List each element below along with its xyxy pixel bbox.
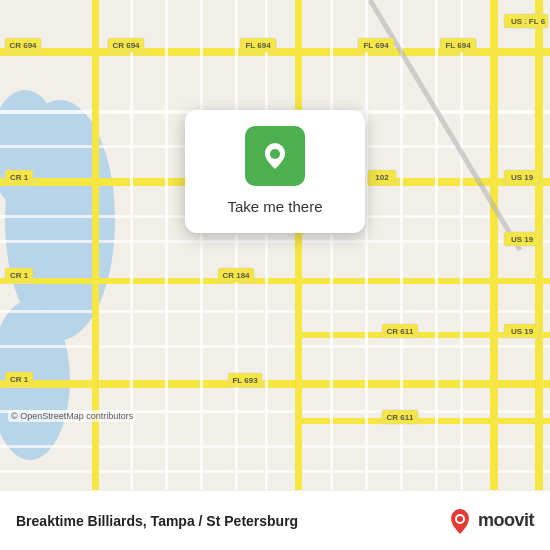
location-card: Take me there <box>185 110 365 233</box>
moovit-brand-text: moovit <box>478 510 534 531</box>
svg-rect-7 <box>0 380 550 388</box>
svg-rect-24 <box>165 0 168 490</box>
svg-rect-18 <box>0 470 550 473</box>
svg-rect-14 <box>0 310 550 313</box>
svg-text:CR 1: CR 1 <box>10 375 29 384</box>
svg-rect-21 <box>490 0 498 490</box>
svg-text:102: 102 <box>375 173 389 182</box>
pin-icon-container <box>245 126 305 186</box>
svg-rect-25 <box>200 0 203 490</box>
take-me-there-button[interactable]: Take me there <box>227 196 322 217</box>
svg-rect-32 <box>460 0 463 490</box>
svg-rect-29 <box>365 0 368 490</box>
svg-rect-20 <box>295 0 302 490</box>
svg-text:CR 694: CR 694 <box>9 41 37 50</box>
svg-point-75 <box>457 516 463 522</box>
bottom-bar: Breaktime Billiards, Tampa / St Petersbu… <box>0 490 550 550</box>
svg-text:US 19: US 19 <box>511 173 534 182</box>
svg-rect-27 <box>265 0 268 490</box>
svg-text:US 19: US 19 <box>511 327 534 336</box>
svg-text:FL 6: FL 6 <box>529 17 546 26</box>
copyright-text: © OpenStreetMap contributors <box>8 410 136 422</box>
svg-text:FL 694: FL 694 <box>445 41 471 50</box>
svg-text:CR 184: CR 184 <box>222 271 250 280</box>
svg-rect-17 <box>0 445 550 448</box>
svg-rect-13 <box>0 240 550 243</box>
svg-point-73 <box>270 149 280 159</box>
svg-text:CR 611: CR 611 <box>386 327 414 336</box>
svg-rect-6 <box>0 278 550 284</box>
svg-rect-9 <box>300 418 550 424</box>
svg-text:FL 694: FL 694 <box>245 41 271 50</box>
svg-rect-28 <box>330 0 333 490</box>
svg-text:CR 611: CR 611 <box>386 413 414 422</box>
svg-text:FL 694: FL 694 <box>363 41 389 50</box>
svg-text:CR 1: CR 1 <box>10 271 29 280</box>
moovit-pin-icon <box>446 507 474 535</box>
location-title: Breaktime Billiards, Tampa / St Petersbu… <box>16 513 434 529</box>
svg-rect-26 <box>235 0 238 490</box>
svg-text:CR 694: CR 694 <box>112 41 140 50</box>
svg-rect-31 <box>435 0 438 490</box>
moovit-logo: moovit <box>446 507 534 535</box>
svg-text:US 19: US 19 <box>511 235 534 244</box>
location-pin-icon <box>258 139 292 173</box>
map-container: US 19 CR 694 CR 694 FL 694 FL 694 FL 694… <box>0 0 550 490</box>
svg-text:FL 693: FL 693 <box>232 376 258 385</box>
svg-text:CR 1: CR 1 <box>10 173 29 182</box>
svg-rect-15 <box>0 345 550 348</box>
